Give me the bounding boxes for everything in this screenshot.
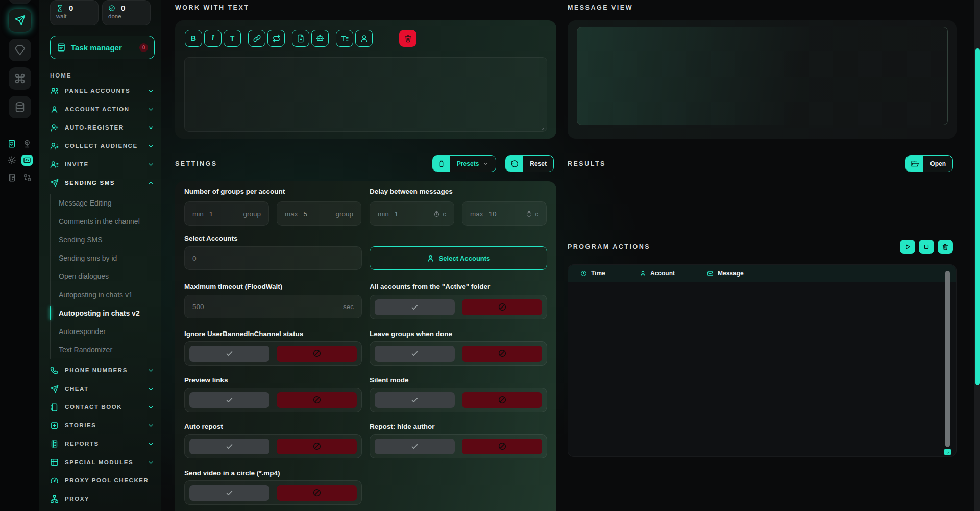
select-accounts-button[interactable]: Select Accounts	[370, 246, 547, 270]
preview-links-toggle[interactable]	[184, 388, 362, 412]
deny-segment[interactable]	[277, 485, 357, 501]
sidebar-item-collect-audience[interactable]: COLLECT AUDIENCE	[50, 137, 155, 155]
window-icon	[50, 458, 59, 467]
deny-segment[interactable]	[462, 392, 542, 408]
delay-max-input[interactable]: max 10 c	[462, 201, 547, 226]
message-text-area[interactable]	[184, 57, 547, 132]
allow-segment[interactable]	[375, 299, 455, 315]
chevron-down-icon	[147, 142, 155, 150]
deny-segment[interactable]	[277, 439, 357, 454]
ban-icon	[498, 442, 507, 451]
rail-send-button[interactable]	[9, 9, 31, 32]
deny-segment[interactable]	[277, 346, 357, 362]
user-mention-button[interactable]	[355, 30, 373, 47]
subitem-autoresponder[interactable]: Autoresponder	[59, 322, 155, 341]
allow-segment[interactable]	[189, 392, 270, 408]
leave-groups-label: Leave groups when done	[370, 330, 452, 338]
clear-text-button[interactable]	[399, 30, 416, 47]
deny-segment[interactable]	[277, 392, 357, 408]
sending-sms-submenu: Message Editing Comments in the channel …	[50, 194, 155, 359]
rail-command-button[interactable]	[9, 67, 31, 90]
sidebar-item-invite[interactable]: INVITE	[50, 155, 155, 173]
subitem-sending-sms-by-id[interactable]: Sending sms by id	[59, 249, 155, 267]
sidebar-item-reports[interactable]: REPORTS	[50, 435, 155, 453]
auto-repost-toggle[interactable]	[184, 434, 362, 458]
deny-segment[interactable]	[462, 299, 542, 315]
sidebar-item-sending-sms[interactable]: SENDING SMS	[50, 173, 155, 192]
document-check-icon[interactable]	[6, 172, 17, 183]
allow-segment[interactable]	[189, 439, 270, 454]
subitem-message-editing[interactable]: Message Editing	[59, 194, 155, 212]
chevron-down-icon	[147, 106, 155, 113]
presets-button[interactable]: Presets	[432, 155, 496, 172]
sidebar-item-auto-register[interactable]: AUTO-REGISTER	[50, 118, 155, 137]
subitem-autoposting-v1[interactable]: Autoposting in chats v1	[59, 286, 155, 304]
allow-segment[interactable]	[375, 439, 455, 454]
allow-segment[interactable]	[375, 346, 455, 362]
sidebar-item-phone-numbers[interactable]: PHONE NUMBERS	[50, 361, 155, 379]
file-download-button[interactable]	[292, 30, 309, 47]
active-folder-toggle[interactable]	[370, 295, 547, 319]
gear-icon[interactable]	[6, 155, 17, 166]
sidebar-item-proxy[interactable]: PROXY	[50, 490, 155, 508]
start-button[interactable]	[900, 240, 915, 254]
sidebar-item-panel-accounts[interactable]: PANEL ACCOUNTS	[50, 82, 155, 100]
modules-switch-icon[interactable]	[21, 172, 33, 183]
accounts-count-input[interactable]: 0	[184, 246, 362, 270]
repost-hide-author-toggle[interactable]	[370, 434, 547, 458]
silent-mode-toggle[interactable]	[370, 388, 547, 412]
timeout-input[interactable]: 500 sec	[184, 295, 362, 318]
webcam-icon[interactable]	[21, 138, 33, 149]
repost-hide-author-label: Repost: hide author	[370, 423, 435, 430]
sidebar-item-cheat[interactable]: CHEAT	[50, 379, 155, 398]
subitem-sending-sms[interactable]: Sending SMS	[59, 231, 155, 249]
program-actions-header-row: PROGRAM ACTIONS	[568, 239, 957, 254]
sidebar-item-contact-book[interactable]: CONTACT BOOK	[50, 398, 155, 416]
subitem-open-dialogues[interactable]: Open dialogues	[59, 267, 155, 286]
groups-max-input[interactable]: max 5 group	[277, 201, 361, 226]
subitem-autoposting-v2[interactable]: Autoposting in chats v2	[59, 304, 155, 322]
sidebar-item-proxy-pool-checker[interactable]: PROXY POOL CHECKER	[50, 471, 155, 490]
stop-button[interactable]	[919, 240, 934, 254]
rail-diamond-button[interactable]	[9, 39, 31, 61]
allow-segment[interactable]	[189, 346, 270, 362]
clear-actions-button[interactable]	[938, 240, 953, 254]
delay-min-input[interactable]: min 1 c	[370, 201, 454, 226]
deny-segment[interactable]	[462, 439, 542, 454]
subitem-text-randomizer[interactable]: Text Randomizer	[59, 341, 155, 359]
allow-segment[interactable]	[375, 392, 455, 408]
groups-per-account-label: Number of groups per account	[184, 188, 285, 195]
table-scrollbar-thumb[interactable]	[945, 271, 950, 447]
task-manager-button[interactable]: Task manager 0	[50, 36, 155, 59]
table-resize-handle[interactable]	[944, 449, 951, 455]
subitem-comments-in-channel[interactable]: Comments in the channel	[59, 212, 155, 231]
sidebar-item-account-action[interactable]: ACCOUNT ACTION	[50, 100, 155, 118]
italic-button[interactable]: I	[204, 30, 222, 47]
leave-groups-toggle[interactable]	[370, 341, 547, 366]
stopwatch-icon	[526, 211, 532, 217]
bot-button[interactable]	[311, 30, 329, 47]
text-button[interactable]: T	[224, 30, 241, 47]
code-window-icon[interactable]	[21, 155, 33, 166]
sidebar-item-stories[interactable]: STORIES	[50, 416, 155, 435]
allow-segment[interactable]	[189, 485, 270, 501]
deny-segment[interactable]	[462, 346, 542, 362]
repost-button[interactable]	[267, 30, 285, 47]
rail-database-button[interactable]	[9, 96, 31, 118]
page-scrollbar-track[interactable]	[974, 0, 980, 511]
sidebar-item-special-modules[interactable]: SPECIAL MODULES	[50, 453, 155, 471]
ignore-banned-toggle[interactable]	[184, 341, 362, 366]
send-video-circle-toggle[interactable]	[184, 480, 362, 505]
bold-button[interactable]: B	[185, 30, 202, 47]
program-actions-table: Time Account Message	[568, 264, 957, 457]
text-format-button[interactable]	[336, 30, 353, 47]
rail-app-button[interactable]	[9, 0, 31, 4]
work-with-text-panel: B I T	[175, 20, 556, 139]
link-button[interactable]	[248, 30, 265, 47]
server-check-icon[interactable]	[6, 138, 17, 149]
textarea-resize-grip[interactable]	[539, 124, 545, 130]
reset-button[interactable]: Reset	[505, 155, 554, 172]
page-scrollbar-thumb[interactable]	[975, 48, 980, 385]
groups-min-input[interactable]: min 1 group	[184, 201, 269, 226]
open-results-button[interactable]: Open	[905, 155, 953, 172]
